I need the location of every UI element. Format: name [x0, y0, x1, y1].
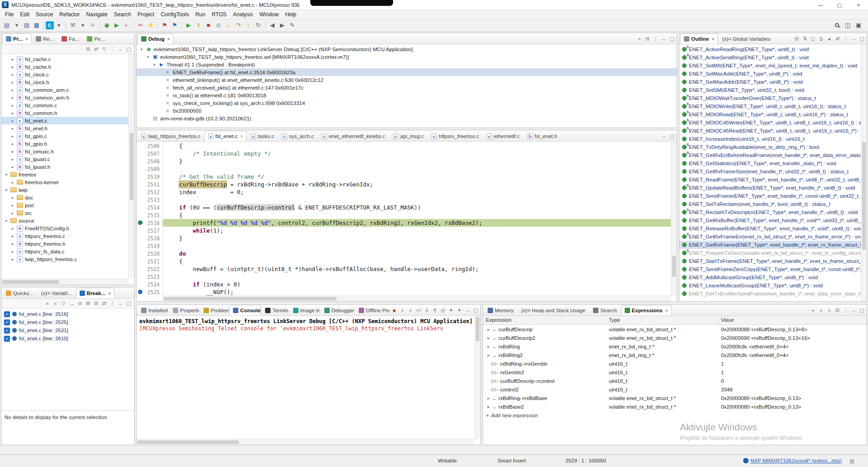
- remove-launch-icon[interactable]: ×: [398, 306, 406, 314]
- expand-chevron-icon[interactable]: ▸: [10, 257, 15, 262]
- editor-tab-fsl-enet-c[interactable]: cfsl_enet.c×: [204, 131, 247, 141]
- tree-item-freertos[interactable]: ▾freertos: [1, 171, 134, 178]
- gutter-margin[interactable]: [137, 227, 144, 234]
- menu-navigate[interactable]: Navigate: [83, 10, 110, 19]
- outline-item-enet-setmacaddr[interactable]: ENET_SetMacAddr(ENET_Type*, uint8_t*) : …: [679, 70, 867, 78]
- perspective-debug-icon[interactable]: ◫: [843, 20, 853, 30]
- project-tab-fa[interactable]: Fa...: [58, 33, 83, 44]
- code-line-2507[interactable]: /* Intentional empty */: [163, 150, 677, 157]
- gutter-line-2510[interactable]: 2510: [137, 173, 162, 181]
- console-vertical-scrollbar[interactable]: [474, 316, 480, 439]
- expand-chevron-icon[interactable]: ▸: [10, 165, 15, 169]
- console-output[interactable]: evkmimxrt1060_TEST_lwip_httpsrv_freertos…: [137, 316, 480, 445]
- minimize-view-icon[interactable]: –: [850, 35, 858, 43]
- skip-all-icon[interactable]: ⊘: [76, 300, 84, 307]
- expand-chevron-icon[interactable]: ▸: [10, 111, 15, 115]
- add-new-expression-row[interactable]: +Add new expression: [483, 411, 867, 419]
- maximize-button[interactable]: ▢: [830, 0, 849, 10]
- expand-chevron-icon[interactable]: ▸: [10, 180, 15, 185]
- step-return-icon[interactable]: ↑: [243, 20, 253, 30]
- console-tab-debugger[interactable]: Debugger ...: [321, 305, 355, 315]
- expand-chevron-icon[interactable]: ▸: [10, 249, 15, 254]
- menu-source[interactable]: Source: [33, 10, 56, 19]
- step-over-icon[interactable]: ↷: [233, 20, 243, 30]
- column-header-expression[interactable]: Expression: [483, 316, 606, 324]
- console-tab-problems[interactable]: Problems: [200, 305, 229, 315]
- go-to-file-icon[interactable]: →: [68, 300, 76, 307]
- expand-chevron-icon[interactable]: ▸: [10, 72, 15, 77]
- add-expression-icon[interactable]: +: [486, 413, 489, 418]
- outline-item-enet-readframe[interactable]: ENET_ReadFrame(ENET_Type*, enet_handle_t…: [679, 176, 867, 184]
- close-tab-icon[interactable]: ×: [25, 37, 28, 42]
- expand-chevron-icon[interactable]: ▸: [10, 226, 15, 231]
- project-vertical-scrollbar[interactable]: [128, 54, 134, 279]
- terminate-icon[interactable]: ■: [390, 306, 398, 314]
- debug-stack-frame-row[interactable]: ≡fetch_all_received_pkts() at ethernetif…: [137, 84, 677, 91]
- tree-item-httpsrv-freertos-h[interactable]: ▸hhttpsrv_freertos.h: [1, 240, 134, 248]
- outline-item-enet-mdioc45read[interactable]: SENET_MDIOC45Read(ENET_Type*, uint8_t, u…: [679, 127, 867, 135]
- expand-chevron-icon[interactable]: ▸: [486, 327, 491, 332]
- perspective-develop-icon[interactable]: ▣: [854, 20, 863, 30]
- editor-tab-enet-ethernetif-kinetis-c[interactable]: cenet_ethernetif_kinetis.c: [318, 131, 389, 141]
- minimize-button[interactable]: —: [811, 0, 830, 10]
- remove-all-launches-icon[interactable]: ×: [407, 306, 414, 314]
- remove-terminated-icon[interactable]: ×: [636, 35, 643, 43]
- show-supported-icon[interactable]: ▽: [60, 300, 67, 307]
- menu-window[interactable]: Window: [256, 10, 282, 19]
- blue-flag-icon[interactable]: ⚑: [170, 20, 180, 30]
- outline-item-enet-activereadring[interactable]: SENET_ActiveReadRing(ENET_Type*, uint8_t…: [679, 45, 867, 53]
- tree-item-lwip[interactable]: ▾lwip: [1, 186, 134, 194]
- save-all-icon[interactable]: ▦: [32, 20, 42, 30]
- back-icon[interactable]: ◀: [267, 20, 277, 30]
- code-line-2522[interactable]: newBuff = (uintptr_t)(uint8_t *)handle->…: [163, 265, 677, 273]
- column-header-type[interactable]: Type: [606, 316, 718, 324]
- collapse-all-icon[interactable]: ⊟: [834, 306, 841, 314]
- gutter-line-2518[interactable]: 2518: [137, 234, 162, 242]
- outline-item-enet-sendframe[interactable]: ENET_SendFrame(ENET_Type*, enet_handle_t…: [679, 192, 867, 200]
- gutter-line-2511[interactable]: 2511: [137, 181, 162, 188]
- menu-refactor[interactable]: Refactor: [56, 10, 83, 19]
- menu-search[interactable]: Search: [111, 10, 134, 19]
- expression-row-control2[interactable]: (x)=control2uint16_t2048: [483, 385, 867, 394]
- open-console-dropdown-icon[interactable]: ▾: [455, 306, 463, 314]
- gutter-margin[interactable]: [137, 265, 144, 273]
- gui-flash-icon[interactable]: ⚡: [146, 20, 156, 30]
- resume-icon[interactable]: ▶: [184, 20, 194, 30]
- outline-item-enet-mdiowaittransferover[interactable]: SENET_MDIOWaitTransferOver(ENET_Type*) :…: [679, 94, 867, 102]
- editor-tab-ethernetif-c[interactable]: cethernetif.c: [483, 131, 523, 141]
- tree-item-fsl-lpuart-c[interactable]: ▸cfsl_lpuart.c: [1, 155, 134, 163]
- filter-icon[interactable]: ▽: [100, 45, 108, 53]
- collapse-all-icon[interactable]: ⊟: [644, 35, 651, 43]
- expression-row-curbuffdescrip-control[interactable]: (x)=curBuffDescrip->controluint16_t0: [483, 376, 867, 385]
- console-tab-console[interactable]: Console×: [229, 305, 261, 315]
- expand-chevron-icon[interactable]: ▸: [10, 57, 15, 62]
- clear-console-icon[interactable]: ▭: [415, 306, 422, 314]
- editor-tab-tasks-c[interactable]: ctasks.c: [247, 131, 278, 141]
- maximize-view-icon[interactable]: ▢: [125, 45, 133, 53]
- config-tools-icon[interactable]: C: [46, 21, 54, 29]
- gutter-line-2508[interactable]: 2508: [137, 157, 162, 165]
- menu-help[interactable]: Help: [282, 10, 299, 19]
- gutter-line-2506[interactable]: 2506: [137, 142, 162, 150]
- last-edit-icon[interactable]: ✎: [287, 20, 297, 30]
- flash-programmer-icon[interactable]: ✂: [136, 20, 146, 30]
- expand-chevron-icon[interactable]: ▸: [10, 88, 15, 92]
- code-line-2514[interactable]: if (0U == (curBuffDescrip->control & ENE…: [163, 204, 677, 211]
- editor-tab-sys-arch-c[interactable]: csys_arch.c: [278, 131, 318, 141]
- sort-icon[interactable]: ⇅: [801, 35, 809, 43]
- hide-static-icon[interactable]: S: [817, 35, 825, 43]
- expression-row-curbuffdescrip2[interactable]: ▸→curBuffDescrip2volatile enet_rx_bd_str…: [483, 334, 867, 342]
- outline-list[interactable]: SENET_ActiveReadRing(ENET_Type*, uint8_t…: [679, 44, 867, 301]
- editor-maximize-icon[interactable]: ▢: [668, 132, 676, 140]
- scroll-lock-icon[interactable]: ⇓: [423, 306, 431, 314]
- project-tab-pr[interactable]: Pr...×: [2, 33, 32, 44]
- expressions-tab-memory[interactable]: Memory: [484, 305, 517, 315]
- forward-icon[interactable]: ▶: [277, 20, 287, 30]
- collapse-all-icon[interactable]: ⊟: [84, 45, 92, 53]
- outline-item-enet-txdirtyringavailable[interactable]: SENET_TxDirtyRingAvailable(enet_tx_dirty…: [679, 143, 867, 151]
- tree-item-source[interactable]: ▾source: [1, 217, 134, 224]
- code-line-2524[interactable]: if (index > 0): [163, 281, 677, 288]
- gutter-margin[interactable]: [137, 281, 144, 288]
- editor-tab-httpsrv-freertos-c[interactable]: chttpsrv_freertos.c: [428, 131, 483, 141]
- project-horizontal-scrollbar[interactable]: [1, 279, 128, 285]
